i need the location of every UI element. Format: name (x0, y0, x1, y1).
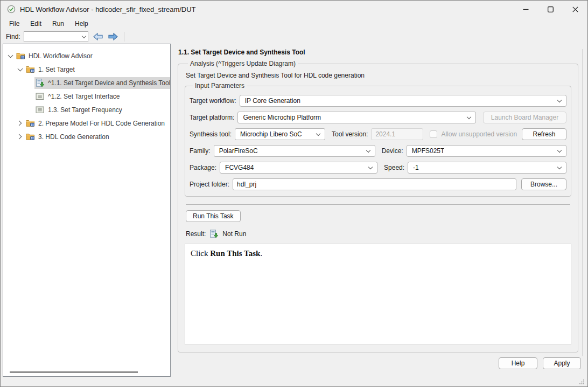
task-description: Set Target Device and Synthesis Tool for… (186, 72, 571, 79)
maximize-icon (548, 6, 554, 12)
device-label: Device: (382, 147, 403, 155)
arrow-left-icon (93, 32, 103, 41)
menubar: FileEditRunHelp (1, 18, 587, 30)
run-this-task-button[interactable]: Run This Task (186, 210, 241, 222)
tree-item-1-set-target[interactable]: 1. Set Target (3, 63, 170, 76)
tool-version-value: 2024.1 (375, 130, 395, 138)
tree-item-content[interactable]: 1.3. Set Target Frequency (34, 104, 170, 116)
app-check-icon (7, 5, 16, 13)
task-heading: 1.1. Set Target Device and Synthesis Too… (178, 49, 587, 56)
section-divider (186, 204, 570, 205)
tree-item-1-1-set-target-device-and-synthesis-tool[interactable]: ^1.1. Set Target Device and Synthesis To… (3, 76, 170, 89)
find-previous-button[interactable] (93, 32, 103, 41)
close-icon (572, 6, 578, 12)
find-next-button[interactable] (108, 32, 118, 41)
project-folder-row: Project folder: hdl_prj Browse... (190, 178, 566, 190)
workflow-folder-icon (16, 52, 25, 60)
tree-item-label: ^1.2. Set Target Interface (48, 93, 120, 100)
tree-item-label: 1. Set Target (38, 66, 75, 73)
menu-item-help[interactable]: Help (69, 18, 94, 29)
tree-item-3-hdl-code-generation[interactable]: 3. HDL Code Generation (3, 130, 170, 143)
synthesis-tool-label: Synthesis tool: (190, 130, 232, 138)
target-workflow-label: Target workflow: (190, 97, 236, 105)
launch-board-manager-button: Launch Board Manager (483, 112, 566, 123)
workflow-folder-icon (16, 52, 25, 60)
input-parameters-groupbox: Input Parameters Target workflow: IP Cor… (185, 82, 571, 197)
family-label: Family: (190, 147, 211, 155)
browse-button[interactable]: Browse... (521, 178, 566, 190)
project-folder-input[interactable]: hdl_prj (233, 178, 516, 190)
workflow-folder-icon (26, 133, 35, 141)
menu-item-run[interactable]: Run (47, 18, 69, 29)
result-message-area: Click Run This Task. (185, 244, 571, 345)
target-workflow-dropdown[interactable]: IP Core Generation (240, 95, 566, 107)
result-message-bold: Run This Task (210, 249, 260, 258)
input-parameters-legend: Input Parameters (193, 82, 247, 89)
workflow-folder-icon (26, 133, 35, 141)
chevron-down-icon (467, 114, 471, 119)
package-value: FCVG484 (225, 164, 254, 171)
chevron-right-icon (17, 134, 22, 140)
vertical-scrollbar-track[interactable] (582, 49, 583, 356)
task-run-icon (36, 79, 45, 87)
workflow-folder-icon (26, 65, 35, 74)
chevron-down-icon (8, 52, 13, 58)
workflow-tree-panel: HDL Workflow Advisor 1. Set Target ^1.1.… (3, 44, 171, 377)
apply-button[interactable]: Apply (543, 357, 581, 369)
tree-item-content[interactable]: 2. Prepare Model For HDL Code Generation (25, 118, 170, 129)
target-platform-row: Target platform: Generic Microchip Platf… (190, 112, 566, 123)
hdl-workflow-advisor-window: HDL Workflow Advisor - hdlcoder_sfir_fix… (0, 0, 588, 387)
minimize-button[interactable] (513, 1, 538, 18)
tree-item-1-3-set-target-frequency[interactable]: 1.3. Set Target Frequency (3, 103, 170, 116)
menu-item-edit[interactable]: Edit (25, 18, 47, 29)
speed-dropdown[interactable]: -1 (408, 162, 566, 174)
tree-item-2-prepare-model-for-hdl-code-generation[interactable]: 2. Prepare Model For HDL Code Generation (3, 116, 170, 130)
result-status-icon (209, 230, 219, 238)
package-speed-row: Package: FCVG484 Speed: -1 (190, 162, 566, 174)
tree-item-1-2-set-target-interface[interactable]: ^1.2. Set Target Interface (3, 89, 170, 103)
tree-item-hdl-workflow-advisor[interactable]: HDL Workflow Advisor (3, 49, 170, 63)
help-button[interactable]: Help (499, 357, 537, 369)
task-list-icon (36, 106, 45, 114)
device-dropdown[interactable]: MPFS025T (407, 145, 566, 157)
resize-grip[interactable] (579, 379, 585, 384)
target-platform-value: Generic Microchip Platform (243, 114, 321, 121)
synthesis-tool-dropdown[interactable]: Microchip Libero SoC (235, 128, 325, 140)
tree-item-content[interactable]: HDL Workflow Advisor (15, 50, 170, 62)
chevron-right-icon (17, 121, 22, 126)
allow-unsupported-checkbox (430, 130, 437, 138)
refresh-button[interactable]: Refresh (522, 128, 566, 140)
result-message-prefix: Click (191, 249, 210, 258)
tree-expander-down-icon[interactable] (5, 55, 15, 57)
tree-item-content[interactable]: ^1.1. Set Target Device and Synthesis To… (34, 77, 170, 89)
family-dropdown[interactable]: PolarFireSoC (214, 145, 375, 157)
close-button[interactable] (563, 1, 587, 18)
chevron-down-icon[interactable] (81, 33, 86, 38)
task-detail-panel: 1.1. Set Target Device and Synthesis Too… (171, 44, 587, 386)
target-platform-dropdown[interactable]: Generic Microchip Platform (237, 112, 476, 123)
run-task-row: Run This Task (186, 210, 571, 222)
tree-item-content[interactable]: ^1.2. Set Target Interface (34, 91, 170, 102)
find-label: Find: (6, 33, 20, 40)
toolbar-separator (124, 32, 124, 42)
menu-item-file[interactable]: File (4, 18, 25, 29)
tree-item-content[interactable]: 1. Set Target (25, 64, 170, 75)
window-title: HDL Workflow Advisor - hdlcoder_sfir_fix… (20, 5, 196, 13)
target-workflow-value: IP Core Generation (245, 97, 300, 105)
project-folder-label: Project folder: (190, 181, 229, 188)
package-dropdown[interactable]: FCVG484 (220, 162, 377, 174)
tree-expander-down-icon[interactable] (15, 68, 25, 71)
maximize-button[interactable] (538, 1, 563, 18)
tree-item-content[interactable]: 3. HDL Code Generation (25, 131, 170, 143)
result-row: Result: Not Run (186, 230, 571, 238)
family-device-row: Family: PolarFireSoC Device: MPFS025T (190, 145, 566, 157)
task-list-icon (36, 93, 45, 100)
allow-unsupported-label: Allow unsupported version (441, 130, 517, 138)
tree-item-label: 2. Prepare Model For HDL Code Generation (38, 120, 165, 127)
tree-expander-right-icon[interactable] (15, 135, 25, 139)
tree-expander-right-icon[interactable] (15, 121, 25, 125)
find-text-field[interactable] (26, 33, 82, 40)
horizontal-scrollbar[interactable] (10, 371, 138, 373)
result-message-suffix: . (260, 249, 262, 258)
find-input[interactable] (24, 31, 88, 42)
